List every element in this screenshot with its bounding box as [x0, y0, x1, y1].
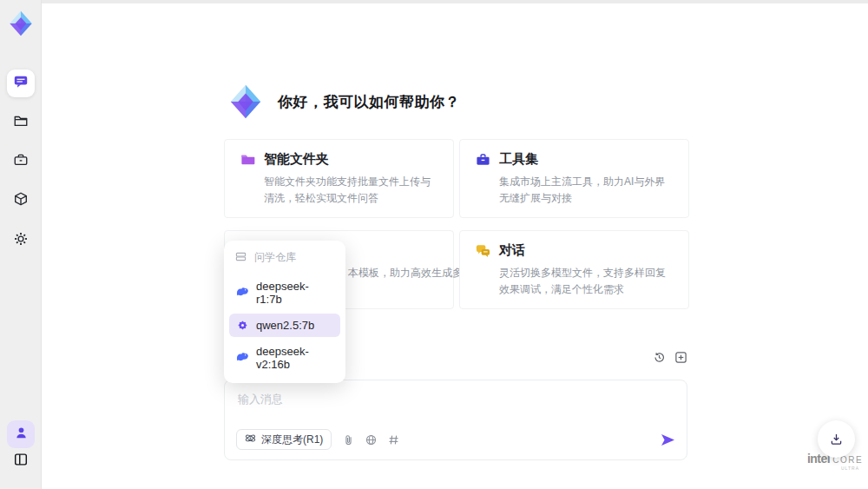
model-option-label: deepseek-r1:7b	[256, 280, 333, 306]
greeting-text: 你好，我可以如何帮助你？	[278, 92, 460, 112]
card-dialog[interactable]: 对话 灵活切换多模型文件，支持多样回复效果调试，满足个性化需求	[459, 230, 689, 309]
assistant-logo-icon	[226, 82, 266, 122]
conversation-actions	[653, 351, 687, 364]
gear-icon	[13, 231, 29, 250]
model-option-deepseek-r1[interactable]: deepseek-r1:7b	[229, 274, 340, 311]
new-chat-icon[interactable]	[674, 351, 687, 364]
chat-icon	[13, 74, 29, 93]
qwen-icon	[236, 319, 249, 332]
card-description: 集成市场上主流工具，助力AI与外界无缝扩展与对接	[476, 174, 674, 208]
app-window: 你好，我可以如何帮助你？ 智能文件夹 智能文件夹功能支持批量文件上传与清洗，轻松…	[0, 0, 868, 489]
sidebar-item-chat[interactable]	[7, 69, 35, 97]
model-option-label: qwen2.5:7b	[256, 319, 314, 332]
deep-think-label: 深度思考(R1)	[261, 433, 323, 447]
card-smart-folders[interactable]: 智能文件夹 智能文件夹功能支持批量文件上传与清洗，轻松实现文件问答	[224, 139, 454, 218]
user-icon	[14, 426, 29, 444]
sidebar-item-settings[interactable]	[7, 227, 35, 254]
model-option-qwen[interactable]: qwen2.5:7b	[229, 314, 340, 337]
folder-icon	[13, 113, 29, 132]
model-dropdown: 问学仓库 deepseek-r1:7b q	[224, 241, 345, 383]
atom-icon	[245, 433, 256, 446]
chat-composer: 深度思考(R1)	[224, 380, 687, 460]
greeting: 你好，我可以如何帮助你？	[226, 82, 460, 122]
window-top-border	[0, 0, 868, 3]
core-tier-label: ultra	[804, 466, 866, 471]
globe-icon[interactable]	[365, 434, 377, 446]
deep-think-toggle[interactable]: 深度思考(R1)	[236, 429, 332, 450]
repository-icon	[235, 251, 248, 264]
sidebar-item-folders[interactable]	[7, 109, 35, 136]
cube-icon	[13, 191, 29, 210]
toolbox-blue-icon	[476, 152, 490, 167]
card-description: 智能文件夹功能支持批量文件上传与清洗，轻松实现文件问答	[240, 174, 439, 208]
download-button[interactable]	[818, 420, 855, 458]
panel-toggle-icon	[13, 452, 29, 471]
sidebar-item-models[interactable]	[7, 187, 35, 215]
card-toolset[interactable]: 工具集 集成市场上主流工具，助力AI与外界无缝扩展与对接	[459, 139, 689, 218]
card-title: 对话	[499, 242, 525, 259]
model-repository-entry: 问学仓库	[229, 248, 340, 272]
message-input[interactable]	[238, 392, 672, 425]
deepseek-icon	[236, 287, 249, 300]
folder-purple-icon	[240, 152, 255, 167]
model-option-deepseek-v2[interactable]: deepseek-v2:16b	[229, 340, 340, 376]
send-button[interactable]	[661, 433, 675, 446]
sidebar-item-toolbox[interactable]	[7, 148, 35, 175]
composer-toolbar: 深度思考(R1)	[236, 428, 675, 451]
sidebar	[0, 0, 42, 489]
card-description: 灵活切换多模型文件，支持多样回复效果调试，满足个性化需求	[476, 265, 674, 299]
sidebar-collapse-button[interactable]	[7, 447, 35, 475]
briefcase-icon	[13, 152, 29, 171]
card-title: 智能文件夹	[264, 151, 329, 168]
repository-label: 问学仓库	[254, 250, 296, 265]
model-option-label: deepseek-v2:16b	[256, 345, 333, 371]
app-logo-icon	[6, 9, 36, 38]
hash-icon[interactable]	[388, 434, 399, 446]
download-icon	[829, 432, 844, 446]
deepseek-icon	[236, 352, 249, 365]
history-icon[interactable]	[653, 351, 666, 364]
send-icon	[661, 433, 675, 446]
paperclip-icon[interactable]	[343, 434, 354, 446]
dialog-yellow-icon	[476, 243, 490, 258]
card-title: 工具集	[499, 151, 538, 168]
sidebar-item-account[interactable]	[7, 420, 35, 448]
